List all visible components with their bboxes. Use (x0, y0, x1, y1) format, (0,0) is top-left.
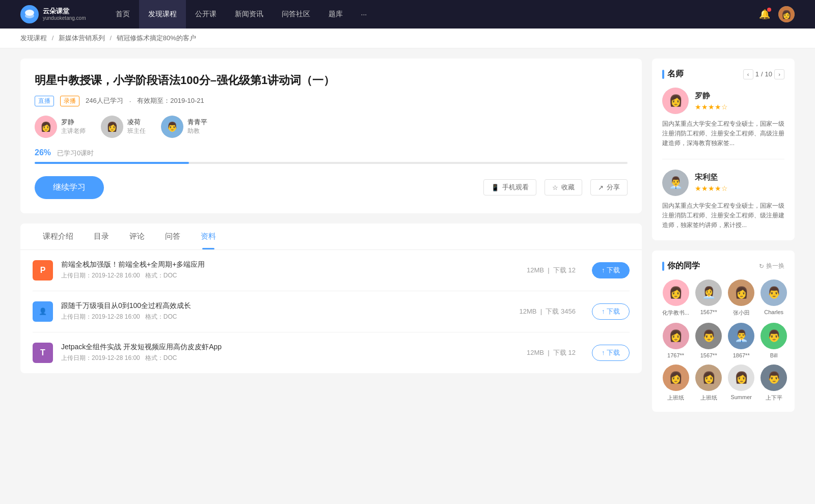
student-6-name: 1567** (695, 352, 722, 358)
sidebar-teacher-1-desc: 国内某重点大学安全工程专业硕士，国家一级注册消防工程师、注册安全工程师、高级注册… (662, 119, 784, 149)
sidebar-teacher-1-header: 👩 罗静 ★★★★☆ (662, 88, 784, 114)
share-label: 分享 (607, 183, 620, 192)
sidebar-teacher-2-avatar: 👨‍💼 (662, 170, 689, 196)
student-8-avatar: 👨 (760, 323, 787, 349)
breadcrumb: 发现课程 / 新媒体营销系列 / 销冠修炼术摘定80%的客户 (0, 29, 815, 48)
pagination: ‹ 1 / 10 › (743, 69, 784, 79)
valid-until: 有效期至：2019-10-21 (137, 96, 204, 105)
nav-open[interactable]: 公开课 (186, 0, 226, 29)
meta-sep: · (129, 97, 131, 105)
tab-materials[interactable]: 资料 (191, 223, 226, 249)
teachers-list: 👩 罗静 主讲老师 👩 凌荷 班主任 (35, 116, 628, 138)
sidebar-teacher-1-name: 罗静 (695, 91, 728, 101)
teacher-1-role: 主讲老师 (61, 127, 86, 135)
share-icon: ↗ (598, 184, 604, 191)
course-title: 明星中教授课，小学阶段语法100分–强化级第1讲动词（一） (35, 73, 628, 89)
student-11-name: Summer (728, 394, 754, 400)
student-12-name: 上下平 (760, 394, 787, 402)
nav-home[interactable]: 首页 (106, 0, 139, 29)
download-button-3[interactable]: ↑ 下载 (592, 345, 630, 361)
badge-live: 直播 (35, 96, 54, 106)
logo[interactable]: 云朵课堂 yunduoketang.com (20, 5, 86, 23)
course-meta: 直播 录播 246人已学习 · 有效期至：2019-10-21 (35, 96, 628, 106)
breadcrumb-current[interactable]: 销冠修炼术摘定80%的客户 (117, 34, 196, 42)
tab-review[interactable]: 评论 (119, 223, 155, 249)
student-4: 👨 Charles (760, 279, 787, 317)
sidebar-teacher-1: 👩 罗静 ★★★★☆ 国内某重点大学安全工程专业硕士，国家一级注册消防工程师、注… (662, 88, 784, 159)
student-11: 👩 Summer (728, 365, 754, 402)
teacher-2-name: 凌荷 (127, 118, 146, 127)
user-avatar[interactable]: 👩 (778, 6, 795, 22)
nav-questions[interactable]: 题库 (319, 0, 352, 29)
nav-qa[interactable]: 问答社区 (273, 0, 319, 29)
teacher-2-info: 凌荷 班主任 (127, 118, 146, 135)
teacher-3: 👨 青青平 助教 (161, 116, 207, 138)
next-page-btn[interactable]: › (774, 69, 784, 79)
share-button[interactable]: ↗ 分享 (590, 179, 628, 195)
star-icon: ☆ (552, 184, 558, 191)
download-button-2[interactable]: ↑ 下载 (592, 303, 630, 320)
resource-stats-3: 12MB | 下载 12 (527, 348, 576, 357)
student-1: 👩 化学教书... (662, 279, 689, 317)
progress-sub: 已学习0课时 (57, 149, 94, 158)
nav-discover[interactable]: 发现课程 (139, 0, 186, 29)
continue-button[interactable]: 继续学习 (35, 176, 104, 199)
student-5: 👩 1767** (662, 323, 689, 358)
nav-more[interactable]: ··· (352, 0, 376, 29)
tab-catalog[interactable]: 目录 (84, 223, 119, 249)
student-8-name: Bill (760, 352, 787, 358)
resource-icon-1: P (33, 260, 53, 281)
bell-icon[interactable]: 🔔 (759, 9, 770, 20)
teacher-2-role: 班主任 (127, 127, 146, 135)
student-4-name: Charles (760, 309, 787, 315)
student-3-name: 张小田 (728, 309, 754, 317)
mobile-watch-button[interactable]: 📱 手机观看 (483, 179, 536, 195)
breadcrumb-series[interactable]: 新媒体营销系列 (59, 34, 105, 42)
student-4-avatar: 👨 (760, 279, 787, 306)
resource-meta-3: 上传日期：2019-12-28 16:00 格式：DOC (61, 354, 519, 362)
refresh-button[interactable]: ↻ 换一换 (759, 262, 784, 270)
teacher-3-role: 助教 (187, 127, 207, 135)
breadcrumb-discover[interactable]: 发现课程 (20, 34, 47, 42)
download-button-1[interactable]: ↑ 下载 (592, 262, 630, 278)
students-sidebar-title: 你的同学 (662, 261, 759, 271)
progress-percent: 26% (35, 148, 51, 157)
nav-news[interactable]: 新闻资讯 (226, 0, 273, 29)
progress-section: 26% 已学习0课时 (35, 148, 628, 164)
resource-item-2: 👤 跟随千万级项目从0到100全过程高效成长 上传日期：2019-12-28 1… (33, 291, 630, 332)
mobile-label: 手机观看 (502, 183, 529, 192)
student-9: 👩 上班纸 (662, 365, 689, 402)
breadcrumb-sep2: / (110, 34, 113, 42)
student-1-avatar: 👩 (663, 279, 689, 306)
student-10-name: 上班纸 (695, 394, 722, 402)
student-9-avatar: 👩 (663, 365, 689, 391)
resource-meta-1: 上传日期：2019-12-28 16:00 格式：DOC (61, 271, 519, 280)
resource-icon-3: T (33, 343, 53, 363)
sidebar-teacher-2: 👨‍💼 宋利坚 ★★★★☆ 国内某重点大学安全工程专业硕士，国家一级注册消防工程… (662, 170, 784, 231)
tab-qa[interactable]: 问答 (155, 223, 191, 249)
student-6-avatar: 👨 (695, 323, 722, 349)
student-2-avatar: 👩‍💼 (695, 279, 722, 306)
tab-intro[interactable]: 课程介绍 (33, 223, 84, 249)
badge-record: 录播 (60, 96, 79, 106)
student-2: 👩‍💼 1567** (695, 279, 722, 317)
breadcrumb-sep1: / (52, 34, 56, 42)
collect-button[interactable]: ☆ 收藏 (545, 179, 582, 195)
student-5-name: 1767** (662, 352, 689, 358)
sidebar-teacher-1-stars: ★★★★☆ (695, 103, 728, 111)
sidebar-teacher-2-name: 宋利坚 (695, 173, 728, 182)
resource-item-3: T Jetpack全组件实战 开发短视频应用高仿皮皮虾App 上传日期：2019… (33, 332, 630, 373)
main-nav: 首页 发现课程 公开课 新闻资讯 问答社区 题库 ··· (106, 0, 759, 29)
students-title-row: 你的同学 ↻ 换一换 (662, 261, 784, 271)
teacher-3-name: 青青平 (187, 118, 207, 127)
prev-page-btn[interactable]: ‹ (743, 69, 753, 79)
student-7-avatar: 👨‍💼 (728, 323, 754, 349)
students-sidebar-card: 你的同学 ↻ 换一换 👩 化学教书... 👩‍💼 1567** 👩 张小田 (652, 250, 795, 412)
teacher-2-avatar: 👩 (101, 116, 123, 138)
student-10: 👩 上班纸 (695, 365, 722, 402)
sidebar-teacher-2-stars: ★★★★☆ (695, 184, 728, 192)
teachers-sidebar-card: 名师 ‹ 1 / 10 › 👩 罗静 ★★★★☆ (652, 59, 795, 240)
student-12: 👨 上下平 (760, 365, 787, 402)
svg-point-1 (25, 13, 34, 18)
page-total: 10 (765, 70, 772, 78)
